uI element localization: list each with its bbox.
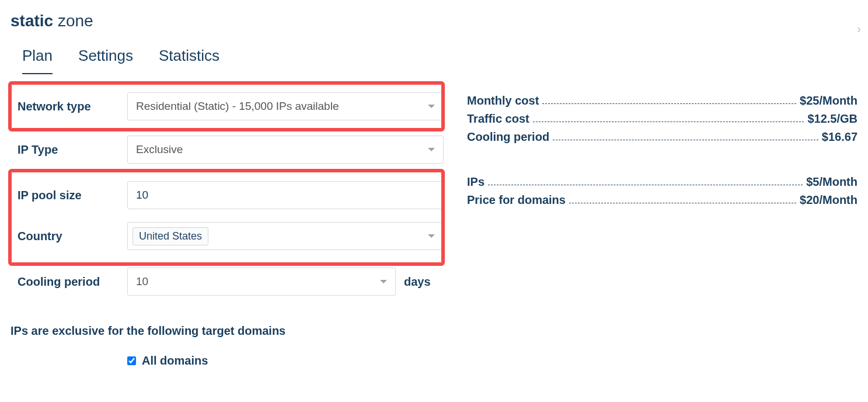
cost-monthly-label: Monthly cost [467, 94, 539, 108]
network-type-select[interactable]: Residential (Static) - 15,000 IPs availa… [127, 92, 444, 120]
ip-pool-size-input[interactable]: 10 [127, 181, 444, 209]
cost-traffic-label: Traffic cost [467, 112, 529, 126]
cost-domains-label: Price for domains [467, 193, 566, 207]
cooling-period-select[interactable]: 10 [127, 268, 396, 296]
network-type-label: Network type [18, 100, 127, 113]
page-title: static zone › [11, 6, 857, 41]
chevron-down-icon [380, 280, 387, 283]
chevron-down-icon [428, 234, 435, 238]
country-tag[interactable]: United States [133, 227, 208, 245]
network-type-value: Residential (Static) - 15,000 IPs availa… [136, 100, 339, 113]
cost-ips-value: $5/Month [806, 175, 857, 189]
title-rest: zone [53, 12, 93, 30]
ip-type-select[interactable]: Exclusive [127, 136, 444, 164]
chevron-down-icon [428, 148, 435, 151]
tabs: Plan Settings Statistics [11, 41, 857, 74]
tab-statistics[interactable]: Statistics [159, 41, 219, 74]
tab-plan[interactable]: Plan [22, 41, 53, 74]
domains-heading: IPs are exclusive for the following targ… [11, 324, 449, 338]
cost-monthly: Monthly cost $25/Month [467, 94, 857, 108]
cost-dots [542, 103, 796, 104]
cost-cooling-value: $16.67 [822, 130, 857, 144]
ip-pool-size-label: IP pool size [18, 189, 127, 202]
cost-traffic: Traffic cost $12.5/GB [467, 112, 857, 126]
chevron-down-icon [428, 105, 435, 108]
cost-traffic-value: $12.5/GB [807, 112, 857, 126]
cooling-period-value: 10 [136, 275, 148, 288]
ip-pool-size-value: 10 [136, 189, 148, 202]
title-bold: static [11, 12, 53, 30]
cost-ips: IPs $5/Month [467, 175, 857, 189]
cost-cooling: Cooling period $16.67 [467, 130, 857, 144]
cost-dots [569, 203, 796, 203]
cost-dots [553, 140, 818, 140]
cooling-period-suffix: days [404, 275, 431, 289]
close-icon[interactable]: › [857, 22, 861, 36]
cost-cooling-label: Cooling period [467, 130, 549, 144]
cost-domains-value: $20/Month [800, 193, 857, 207]
all-domains-label: All domains [142, 354, 208, 368]
cost-ips-label: IPs [467, 175, 484, 189]
cooling-period-label: Cooling period [18, 275, 127, 289]
cost-panel: Monthly cost $25/Month Traffic cost $12.… [467, 81, 857, 368]
all-domains-checkbox[interactable] [127, 356, 136, 365]
cost-dots [488, 185, 803, 185]
cost-dots [533, 122, 804, 122]
ip-type-value: Exclusive [136, 143, 183, 156]
country-label: Country [18, 230, 127, 243]
tab-settings[interactable]: Settings [78, 41, 133, 74]
cost-domains: Price for domains $20/Month [467, 193, 857, 207]
form-panel: Network type Residential (Static) - 15,0… [11, 81, 449, 368]
cost-monthly-value: $25/Month [800, 94, 857, 108]
ip-type-label: IP Type [18, 143, 127, 157]
all-domains-row: All domains [127, 354, 449, 368]
country-select[interactable]: United States [127, 222, 444, 250]
